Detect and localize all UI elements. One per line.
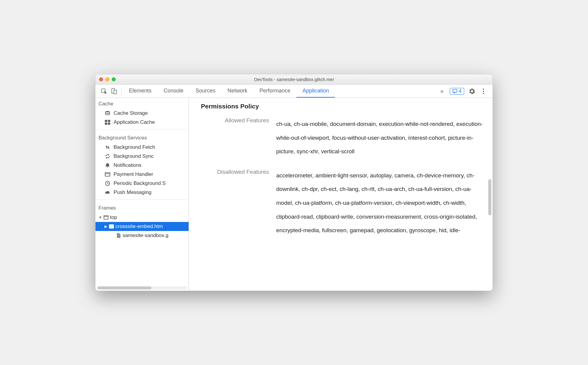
file-icon <box>116 233 121 238</box>
separator <box>95 199 189 200</box>
sidebar-item-periodic-background-s[interactable]: Periodic Background S <box>95 179 189 188</box>
feature-label: Disallowed Features <box>201 169 276 237</box>
message-icon <box>452 89 457 93</box>
devtools-window: DevTools - samesite-sandbox.glitch.me/ E… <box>95 74 493 291</box>
svg-rect-10 <box>105 123 107 125</box>
svg-rect-8 <box>105 120 107 122</box>
main-vscrollbar[interactable] <box>488 101 491 288</box>
frame-tree-row[interactable]: samesite-sandbox.g <box>95 231 189 240</box>
svg-point-7 <box>105 111 110 112</box>
cloud-icon <box>105 189 111 195</box>
overflow-tabs-button[interactable]: » <box>438 88 446 95</box>
svg-rect-2 <box>114 90 117 94</box>
frame-tree-row[interactable]: ▶crosssite-embed.htm <box>95 222 189 231</box>
minimize-window-button[interactable] <box>105 77 109 81</box>
traffic-lights <box>99 77 116 81</box>
kebab-menu-icon[interactable] <box>480 88 487 95</box>
devtools-tabbar: ElementsConsoleSourcesNetworkPerformance… <box>95 85 493 98</box>
sidebar-item-label: Background Fetch <box>114 144 155 150</box>
sidebar-item-label: Cache Storage <box>114 110 148 116</box>
card-icon <box>105 171 111 177</box>
tab-elements[interactable]: Elements <box>123 85 158 98</box>
titlebar: DevTools - samesite-sandbox.glitch.me/ <box>95 74 493 85</box>
section-heading: Permissions Policy <box>201 103 483 110</box>
svg-rect-11 <box>108 123 110 125</box>
tree-row-label: crosssite-embed.htm <box>115 223 163 229</box>
grid-icon <box>105 119 111 125</box>
svg-point-6 <box>483 93 484 94</box>
window-title: DevTools - samesite-sandbox.glitch.me/ <box>95 77 493 82</box>
tree-row-label: top <box>110 214 117 220</box>
sidebar-item-background-fetch[interactable]: Background Fetch <box>95 143 189 152</box>
divider <box>121 87 122 95</box>
frame-tree-row[interactable]: ▼top <box>95 213 189 222</box>
sidebar-item-label: Periodic Background S <box>114 180 166 186</box>
svg-rect-18 <box>110 226 113 228</box>
separator <box>95 129 189 129</box>
db-icon <box>105 110 111 116</box>
sidebar-item-label: Application Cache <box>114 119 155 125</box>
inspect-icon[interactable] <box>100 88 108 95</box>
sidebar-item-application-cache[interactable]: Application Cache <box>95 118 189 127</box>
sidebar-item-label: Payment Handler <box>114 171 153 177</box>
sidebar-item-background-sync[interactable]: Background Sync <box>95 152 189 161</box>
sidebar-item-push-messaging[interactable]: Push Messaging <box>95 188 189 197</box>
feature-row: Disallowed Featuresaccelerometer, ambien… <box>201 169 483 237</box>
sidebar-hscrollbar[interactable] <box>97 286 187 289</box>
close-window-button[interactable] <box>99 77 103 81</box>
section-header: Cache <box>95 98 189 109</box>
disclosure-triangle[interactable]: ▶ <box>104 224 108 229</box>
sidebar-item-payment-handler[interactable]: Payment Handler <box>95 170 189 179</box>
tab-network[interactable]: Network <box>221 85 253 98</box>
tree-row-label: samesite-sandbox.g <box>123 232 168 239</box>
messages-badge[interactable]: 4 <box>450 88 464 95</box>
sidebar-item-label: Push Messaging <box>114 189 152 195</box>
clock-icon <box>105 180 111 186</box>
device-toggle-icon[interactable] <box>111 88 118 95</box>
frame-icon <box>109 224 114 229</box>
section-header: Background Services <box>95 132 189 143</box>
sidebar-item-label: Notifications <box>114 162 142 168</box>
svg-rect-15 <box>104 216 108 219</box>
svg-rect-9 <box>108 120 110 122</box>
svg-point-4 <box>483 89 484 90</box>
sidebar-item-label: Background Sync <box>114 153 154 159</box>
messages-count: 4 <box>459 89 461 94</box>
updown-icon <box>105 144 111 150</box>
sidebar-item-cache-storage[interactable]: Cache Storage <box>95 109 189 118</box>
window-icon <box>103 215 109 220</box>
feature-value: accelerometer, ambient-light-sensor, aut… <box>276 169 483 237</box>
tab-sources[interactable]: Sources <box>189 85 221 98</box>
feature-value: ch-ua, ch-ua-mobile, document-domain, ex… <box>276 117 483 158</box>
tab-performance[interactable]: Performance <box>253 85 296 98</box>
svg-rect-12 <box>105 173 110 176</box>
disclosure-triangle[interactable]: ▼ <box>99 215 102 220</box>
sync-icon <box>105 153 111 159</box>
svg-point-5 <box>483 91 484 92</box>
sidebar-item-notifications[interactable]: Notifications <box>95 161 189 170</box>
main-panel: Permissions Policy Allowed Featuresch-ua… <box>189 98 493 291</box>
feature-label: Allowed Features <box>201 117 276 158</box>
tab-application[interactable]: Application <box>296 85 335 98</box>
sidebar: CacheCache StorageApplication CacheBackg… <box>95 98 189 291</box>
tab-console[interactable]: Console <box>158 85 189 98</box>
feature-row: Allowed Featuresch-ua, ch-ua-mobile, doc… <box>201 117 483 158</box>
zoom-window-button[interactable] <box>112 77 116 81</box>
bell-icon <box>105 162 111 168</box>
svg-rect-3 <box>453 89 457 92</box>
section-header: Frames <box>95 202 189 213</box>
settings-icon[interactable] <box>468 88 476 95</box>
